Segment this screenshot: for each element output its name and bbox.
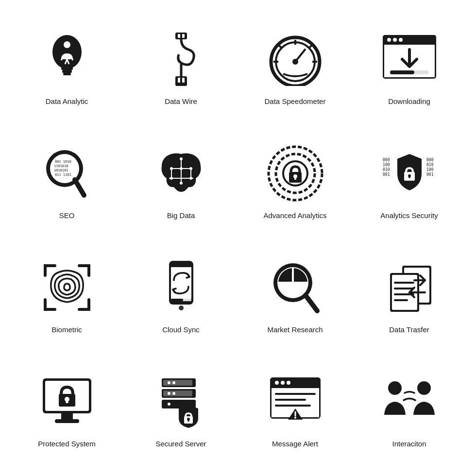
data-analytic-label: Data Analytic bbox=[46, 97, 88, 106]
svg-rect-14 bbox=[182, 78, 185, 83]
svg-rect-93 bbox=[61, 413, 73, 419]
svg-point-106 bbox=[172, 392, 175, 395]
svg-point-51 bbox=[170, 177, 173, 180]
market-research-label: Market Research bbox=[267, 325, 323, 335]
icon-cell-interaction: Interaciton bbox=[352, 352, 466, 466]
icon-cell-data-transfer: Data Trasfer bbox=[352, 238, 466, 352]
svg-point-52 bbox=[189, 177, 192, 180]
svg-point-103 bbox=[168, 381, 170, 384]
data-transfer-label: Data Trasfer bbox=[389, 325, 429, 335]
icon-grid: Data Analytic Data Wire bbox=[10, 10, 466, 466]
seo-icon: 001 1010 1101010 1010101 011 1101 bbox=[35, 142, 99, 205]
icon-cell-market-research: Market Research bbox=[238, 238, 352, 352]
icon-cell-cloud-sync: Cloud Sync bbox=[124, 238, 238, 352]
icon-cell-big-data: Big Data bbox=[124, 124, 238, 238]
icon-cell-message-alert: Message Alert bbox=[238, 352, 352, 466]
protected-system-icon bbox=[35, 370, 99, 433]
message-alert-icon bbox=[264, 370, 327, 433]
svg-rect-10 bbox=[178, 34, 180, 38]
secured-server-icon bbox=[150, 370, 213, 433]
advanced-analytics-icon bbox=[264, 142, 327, 205]
message-alert-label: Message Alert bbox=[272, 439, 318, 449]
icon-cell-analytics-security: 000 100 010 001 000 010 100 001 Analytic… bbox=[352, 124, 466, 238]
interaction-icon bbox=[378, 370, 441, 433]
svg-rect-12 bbox=[175, 76, 187, 86]
svg-text:1010101: 1010101 bbox=[54, 169, 68, 172]
cloud-sync-icon bbox=[150, 256, 213, 319]
market-research-icon bbox=[264, 256, 327, 319]
svg-line-80 bbox=[306, 295, 317, 311]
downloading-label: Downloading bbox=[388, 97, 430, 106]
data-speedometer-label: Data Speedometer bbox=[265, 97, 326, 106]
svg-rect-110 bbox=[187, 419, 189, 422]
icon-cell-data-speedometer: Data Speedometer bbox=[238, 10, 352, 124]
protected-system-label: Protected System bbox=[38, 439, 95, 449]
svg-line-22 bbox=[308, 45, 312, 49]
svg-point-124 bbox=[417, 381, 431, 395]
secured-server-label: Secured Server bbox=[155, 439, 206, 449]
data-transfer-icon bbox=[378, 256, 441, 319]
biometric-label: Biometric bbox=[51, 325, 82, 335]
svg-rect-97 bbox=[66, 399, 68, 403]
svg-rect-3 bbox=[63, 73, 71, 75]
svg-text:000: 000 bbox=[426, 158, 434, 162]
svg-text:011 1101: 011 1101 bbox=[55, 173, 71, 177]
icon-cell-data-analytic: Data Analytic bbox=[10, 10, 124, 124]
analytics-security-label: Analytics Security bbox=[380, 211, 438, 221]
biometric-icon bbox=[35, 256, 99, 319]
svg-point-48 bbox=[170, 167, 173, 170]
svg-text:010: 010 bbox=[426, 163, 434, 167]
downloading-icon bbox=[378, 28, 441, 91]
svg-point-30 bbox=[399, 38, 403, 42]
svg-point-107 bbox=[168, 403, 170, 406]
seo-label: SEO bbox=[59, 211, 75, 221]
data-wire-label: Data Wire bbox=[165, 97, 197, 106]
svg-rect-1 bbox=[61, 67, 73, 70]
svg-rect-70 bbox=[408, 176, 410, 178]
svg-rect-94 bbox=[55, 419, 79, 423]
data-wire-icon bbox=[150, 28, 213, 91]
svg-point-105 bbox=[168, 392, 170, 395]
svg-point-29 bbox=[393, 38, 397, 42]
data-analytic-icon bbox=[35, 28, 99, 91]
svg-point-47 bbox=[180, 157, 183, 160]
icon-cell-data-wire: Data Wire bbox=[124, 10, 238, 124]
cloud-sync-label: Cloud Sync bbox=[162, 325, 200, 335]
big-data-icon bbox=[150, 142, 213, 205]
svg-point-116 bbox=[287, 381, 290, 385]
svg-text:1101010: 1101010 bbox=[54, 164, 68, 168]
svg-point-122 bbox=[294, 417, 296, 419]
advanced-analytics-label: Advanced Analytics bbox=[263, 211, 326, 221]
icon-cell-advanced-analytics: Advanced Analytics bbox=[238, 124, 352, 238]
svg-point-114 bbox=[275, 381, 279, 385]
svg-point-115 bbox=[281, 381, 285, 385]
svg-text:100: 100 bbox=[383, 163, 390, 167]
svg-point-73 bbox=[179, 306, 184, 310]
svg-rect-33 bbox=[390, 70, 414, 74]
svg-rect-2 bbox=[62, 70, 72, 73]
svg-point-50 bbox=[180, 167, 183, 170]
svg-text:001: 001 bbox=[383, 172, 390, 177]
svg-point-49 bbox=[189, 167, 192, 170]
icon-cell-secured-server: Secured Server bbox=[124, 352, 238, 466]
svg-point-4 bbox=[64, 41, 70, 48]
svg-text:001: 001 bbox=[426, 172, 434, 177]
svg-point-53 bbox=[180, 182, 183, 185]
svg-line-40 bbox=[75, 180, 84, 195]
svg-line-21 bbox=[279, 45, 282, 49]
icon-cell-biometric: Biometric bbox=[10, 238, 124, 352]
icon-cell-downloading: Downloading bbox=[352, 10, 466, 124]
svg-rect-9 bbox=[175, 33, 187, 39]
svg-rect-59 bbox=[294, 176, 296, 180]
analytics-security-icon: 000 100 010 001 000 010 100 001 bbox=[378, 142, 441, 205]
icon-cell-protected-system: Protected System bbox=[10, 352, 124, 466]
svg-rect-75 bbox=[171, 299, 183, 301]
interaction-label: Interaciton bbox=[392, 439, 426, 449]
svg-text:001 1010: 001 1010 bbox=[55, 160, 71, 164]
svg-point-104 bbox=[172, 381, 175, 384]
big-data-label: Big Data bbox=[167, 211, 195, 221]
svg-point-28 bbox=[387, 38, 391, 42]
icon-cell-seo: 001 1010 1101010 1010101 011 1101 SEO bbox=[10, 124, 124, 238]
svg-point-123 bbox=[388, 381, 402, 395]
svg-text:100: 100 bbox=[426, 168, 434, 172]
